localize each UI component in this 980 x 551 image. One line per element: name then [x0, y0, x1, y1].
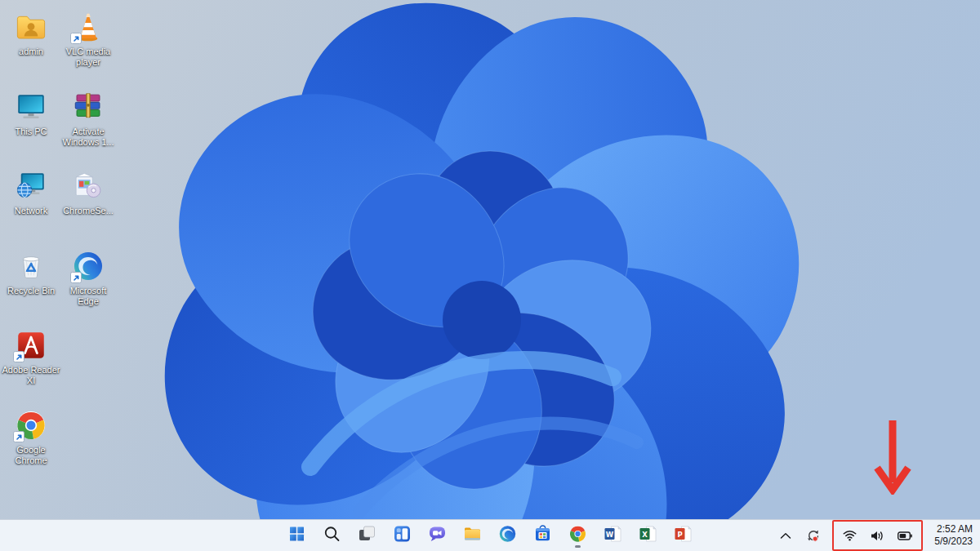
taskbar-button-microsoft-store[interactable] [532, 523, 554, 548]
wallpaper-bloom-image [0, 0, 980, 520]
battery-icon [898, 531, 912, 540]
notification-red-dot [813, 536, 817, 541]
desktop-icon-adobe-reader-xi[interactable]: Adobe Reader XI [2, 328, 60, 386]
volume-icon [871, 531, 884, 541]
desktop-icon-label: Microsoft Edge [59, 286, 118, 307]
edge-browser-icon [498, 524, 518, 547]
taskbar-button-chrome[interactable] [568, 523, 589, 548]
desktop-icon-this-pc[interactable]: This PC [2, 90, 60, 137]
desktop-icon-label: VLC media player [59, 47, 118, 68]
taskbar-button-powerpoint[interactable]: P [673, 523, 694, 548]
clock[interactable]: 2:52 AM 5/9/2023 [933, 523, 974, 548]
desktop-icon-network[interactable]: Network [2, 169, 60, 216]
shortcut-arrow-icon [13, 351, 24, 362]
svg-text:X: X [642, 531, 648, 539]
taskbar-button-edge[interactable] [497, 523, 519, 548]
installer-box-cd-icon [71, 169, 105, 203]
user-folder-icon [14, 10, 48, 44]
desktop-icon-admin[interactable]: admin [2, 10, 60, 57]
chevron-up-icon [780, 532, 791, 540]
taskbar-button-search[interactable] [322, 523, 343, 548]
desktop-icon-vlc-media-player[interactable]: VLC media player [59, 10, 118, 68]
sync-status-button[interactable] [804, 527, 822, 544]
shortcut-arrow-icon [13, 431, 24, 442]
taskbar-button-excel[interactable]: X [638, 523, 659, 548]
microsoft-store-icon [533, 524, 553, 547]
taskbar-center-buttons: W X P [287, 520, 694, 551]
desktop-icon-google-chrome[interactable]: Google Chrome [2, 408, 60, 466]
vlc-cone-icon [71, 10, 105, 44]
clock-date: 5/9/2023 [934, 535, 973, 548]
teams-chat-icon [428, 524, 448, 547]
desktop-icon-activate-windows-1[interactable]: Activate Windows 1... [59, 90, 118, 148]
winrar-archive-icon [71, 90, 105, 124]
desktop-icon-chromese[interactable]: ChromeSe... [59, 169, 118, 216]
network-globe-monitor-icon [14, 169, 48, 203]
wifi-button[interactable] [840, 527, 859, 544]
system-tray: 2:52 AM 5/9/2023 [777, 520, 974, 551]
file-explorer-icon [463, 524, 483, 547]
running-app-indicator [575, 545, 581, 548]
svg-text:W: W [606, 531, 614, 539]
this-pc-monitor-icon [14, 90, 48, 124]
taskbar: W X P [0, 519, 980, 551]
hidden-icons-chevron-button[interactable] [777, 530, 794, 542]
svg-text:P: P [677, 531, 682, 539]
task-view-icon [358, 524, 377, 547]
volume-button[interactable] [868, 528, 886, 544]
desktop-icon-recycle-bin[interactable]: Recycle Bin [2, 249, 60, 296]
battery-button[interactable] [895, 529, 915, 543]
taskbar-button-start[interactable] [287, 523, 308, 548]
desktop-icon-label: Recycle Bin [7, 286, 55, 296]
desktop-icon-label: Google Chrome [2, 445, 60, 466]
recycle-bin-icon [14, 249, 48, 283]
taskbar-button-chat[interactable] [427, 523, 448, 548]
desktop-icon-microsoft-edge[interactable]: Microsoft Edge [59, 249, 118, 307]
excel-icon: X [639, 524, 658, 547]
desktop-icon-label: Adobe Reader XI [2, 365, 60, 386]
desktop-icon-label: admin [19, 47, 43, 57]
desktop-icon-label: Network [15, 206, 47, 216]
taskbar-button-widgets[interactable] [392, 523, 413, 548]
desktop-icon-label: ChromeSe... [63, 206, 114, 216]
taskbar-button-task-view[interactable] [357, 523, 378, 548]
search-icon [323, 524, 342, 547]
shortcut-arrow-icon [70, 33, 82, 44]
desktop-icon-label: This PC [15, 127, 47, 137]
sync-pending-icon [806, 530, 820, 542]
tray-highlight-red-box [832, 520, 923, 551]
shortcut-arrow-icon [70, 272, 82, 283]
adobe-reader-icon [14, 328, 48, 362]
windows-start-icon [287, 524, 307, 547]
word-icon: W [604, 524, 623, 547]
wifi-icon [843, 530, 857, 541]
chrome-browser-icon [568, 524, 588, 547]
chrome-browser-icon [14, 408, 48, 442]
edge-browser-icon [71, 249, 105, 283]
windows-desktop: admin VLC media player This PC Activate … [0, 0, 980, 551]
widgets-icon [393, 524, 412, 547]
taskbar-button-word[interactable]: W [603, 523, 624, 548]
taskbar-button-file-explorer[interactable] [462, 523, 483, 548]
desktop-icon-label: Activate Windows 1... [59, 127, 118, 148]
powerpoint-icon: P [674, 524, 693, 547]
clock-time: 2:52 AM [937, 523, 973, 535]
